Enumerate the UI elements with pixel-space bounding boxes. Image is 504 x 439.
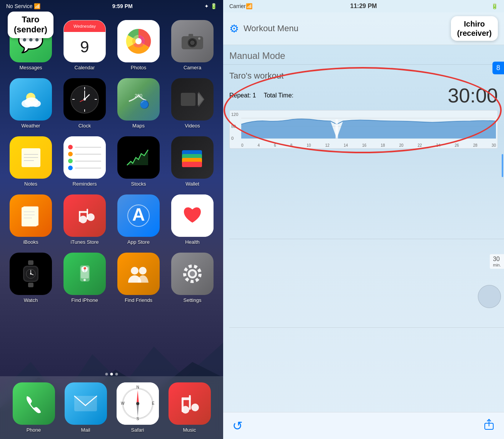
svg-point-81 <box>191 404 199 411</box>
svg-text:E: E <box>152 401 154 405</box>
dot-2 <box>110 373 113 375</box>
app-settings[interactable]: Settings <box>169 253 215 303</box>
svg-point-15 <box>32 100 41 107</box>
page-dots <box>105 373 118 375</box>
wifi-icon: 📶 <box>246 3 252 9</box>
svg-point-24 <box>83 98 86 101</box>
workout-bottom-bar: ↺ <box>223 412 504 439</box>
app-watch[interactable]: Watch <box>8 253 54 303</box>
dock-mail[interactable]: Mail <box>63 382 108 433</box>
refresh-button[interactable]: ↺ <box>232 419 243 433</box>
app-stocks[interactable]: Stocks <box>115 136 162 187</box>
status-time: 9:59 PM <box>112 3 133 9</box>
app-find-friends[interactable]: Find Friends <box>115 253 162 303</box>
svg-rect-87 <box>335 119 338 139</box>
wifi-icon: 📶 <box>34 3 40 9</box>
sender-label: Taro (sender) <box>8 12 53 38</box>
svg-point-58 <box>30 273 32 275</box>
svg-point-61 <box>83 279 86 281</box>
app-itunes[interactable]: iTunes Store <box>62 194 108 245</box>
workout-chart: 120 80 0 046810 1214161 <box>229 110 498 149</box>
dot-1 <box>105 373 108 375</box>
dot-3 <box>115 373 118 375</box>
app-reminders[interactable]: Reminders <box>62 136 108 187</box>
app-health[interactable]: Health <box>169 194 215 245</box>
svg-point-65 <box>139 267 147 275</box>
svg-text:🔵: 🔵 <box>140 100 149 109</box>
svg-point-9 <box>190 40 195 45</box>
manual-mode-section: Manual Mode <box>223 45 504 65</box>
svg-rect-10 <box>189 34 193 37</box>
svg-point-5 <box>135 38 142 44</box>
status-carrier: No Service 📶 <box>6 3 40 9</box>
svg-rect-38 <box>182 162 202 167</box>
round-button[interactable] <box>478 285 501 308</box>
app-maps[interactable]: 280 🔵 Maps <box>115 78 162 129</box>
receiver-label: Ichiro (receiver) <box>451 16 498 41</box>
workout-stats: Repeat: 1 Total Time: 30:00 <box>229 84 498 107</box>
bluetooth-icon: ✦ <box>204 3 209 9</box>
app-grid: 💬 Messages Wednesday 9 Calendar <box>0 16 223 307</box>
separator-1 <box>229 239 504 239</box>
repeat-label: Repeat: 1 <box>229 92 256 99</box>
svg-rect-84 <box>182 397 191 400</box>
svg-rect-52 <box>28 283 33 287</box>
app-ibooks[interactable]: iBooks <box>8 194 54 245</box>
svg-rect-28 <box>181 93 195 106</box>
share-button[interactable] <box>483 419 495 433</box>
workout-card: Taro's workout Repeat: 1 Total Time: 30:… <box>229 71 498 149</box>
chart-x-labels: 046810 1214161820 2224262830 <box>241 143 496 147</box>
svg-text:W: W <box>121 401 125 405</box>
svg-text:A: A <box>132 204 145 225</box>
workout-status-bar: Carrier 📶 11:29 PM 🔋 <box>223 0 504 12</box>
svg-point-75 <box>136 402 139 405</box>
svg-point-68 <box>190 271 195 276</box>
manual-mode-title: Manual Mode <box>229 50 498 61</box>
app-clock[interactable]: Clock <box>62 78 108 129</box>
app-calendar[interactable]: Wednesday 9 Calendar <box>62 20 108 70</box>
svg-text:S: S <box>136 417 139 421</box>
battery-icon: 🔋 <box>210 3 217 9</box>
svg-point-11 <box>198 37 200 40</box>
app-wallet[interactable]: Wallet <box>169 136 215 187</box>
settings-icon[interactable]: ⚙ <box>229 22 239 35</box>
svg-rect-48 <box>79 211 88 213</box>
dock-safari[interactable]: N E S W Safari <box>115 382 160 433</box>
dock-music[interactable]: Music <box>167 382 212 433</box>
chart-y-labels: 120 80 0 <box>231 112 238 141</box>
app-find-iphone[interactable]: 📍 Find iPhone <box>62 253 108 303</box>
app-appstore[interactable]: A App Store <box>115 194 162 245</box>
chart-area <box>241 112 496 141</box>
workout-header: ⚙ Workout Menu Ichiro (receiver) <box>223 12 504 45</box>
svg-point-64 <box>131 267 139 275</box>
app-weather[interactable]: Weather <box>8 78 54 129</box>
battery-indicator: 🔋 <box>491 3 498 9</box>
svg-text:📍: 📍 <box>82 266 87 272</box>
workout-title: Workout Menu <box>244 23 451 34</box>
status-right: ✦ 🔋 <box>204 3 217 9</box>
svg-rect-46 <box>87 209 88 220</box>
app-photos[interactable]: Photos <box>115 20 162 70</box>
app-notes[interactable]: Notes <box>8 136 54 187</box>
total-time: 30:00 <box>448 84 498 107</box>
workout-time: 11:29 PM <box>350 3 377 10</box>
app-camera[interactable]: Camera <box>169 20 215 70</box>
status-bar: No Service 📶 9:59 PM ✦ 🔋 <box>0 0 223 12</box>
workout-name: Taro's workout <box>229 71 498 81</box>
svg-rect-82 <box>189 395 191 410</box>
workout-screen: Carrier 📶 11:29 PM 🔋 ⚙ Workout Menu Ichi… <box>223 0 504 439</box>
dock: Phone Mail <box>0 376 223 439</box>
separator-2 <box>229 327 504 328</box>
svg-rect-40 <box>22 207 37 226</box>
total-time-label: Total Time: <box>264 92 293 99</box>
side-30: 30 min. <box>490 254 504 269</box>
iphone-home-screen: No Service 📶 9:59 PM ✦ 🔋 Taro (sender) 💬… <box>0 0 223 439</box>
svg-text:N: N <box>136 385 139 389</box>
svg-rect-51 <box>28 260 33 265</box>
scrollbar[interactable] <box>502 154 503 177</box>
app-videos[interactable]: Videos <box>169 78 215 129</box>
dock-phone[interactable]: Phone <box>12 382 56 433</box>
carrier-label: Carrier <box>229 3 246 9</box>
